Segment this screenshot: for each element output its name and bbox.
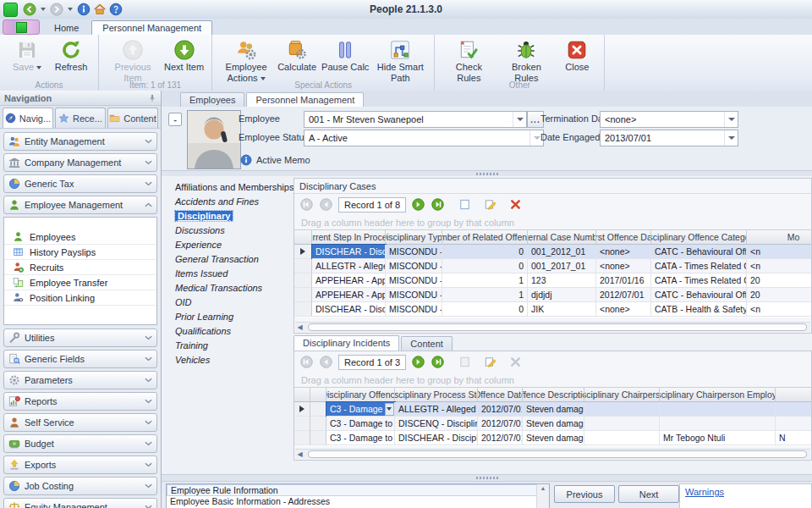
grid-cell[interactable]: C3 - Damage to Com... <box>326 417 395 431</box>
grid-cell[interactable]: 2012/07/01 <box>478 417 523 431</box>
row-indicator[interactable] <box>294 259 312 273</box>
column-header[interactable]: Disciplinary Chairperson <box>584 388 660 402</box>
incidents-tab-content[interactable]: Content <box>401 336 453 351</box>
close-button[interactable]: Close <box>555 37 599 75</box>
scroll-left-icon[interactable]: ◀ <box>295 450 304 459</box>
section-item-discussions[interactable]: Discussions <box>165 223 290 237</box>
grid-cell[interactable]: 2017/01/16 <box>596 273 651 288</box>
sidebar-item-history-payslips[interactable]: History Payslips <box>4 245 156 260</box>
grid-cell[interactable] <box>660 417 776 431</box>
pin-icon[interactable] <box>148 93 156 103</box>
column-header[interactable]: Current Step In Process <box>312 230 386 245</box>
column-header[interactable]: Disciplinary Offence Category <box>651 230 747 245</box>
rule-item[interactable]: Employee Basic Information - Addresses <box>167 496 549 506</box>
sidebar-section-equity-management[interactable]: Equity Management <box>3 498 157 508</box>
row-indicator[interactable] <box>310 431 326 445</box>
grid-cell[interactable]: CATB - Health & Safety Relate... <box>651 302 747 317</box>
row-indicator[interactable] <box>294 302 312 317</box>
smart-path-button[interactable]: Hide Smart Path <box>371 37 429 85</box>
help-icon[interactable] <box>109 3 123 16</box>
next-record-icon[interactable] <box>411 197 425 212</box>
grid-cell[interactable]: CATC - Behavioural Offenses <box>651 288 747 302</box>
grid-cell[interactable]: 20 <box>747 288 811 302</box>
document-tab-employees[interactable]: Employees <box>180 92 244 107</box>
scrollbar-thumb[interactable] <box>308 323 807 331</box>
section-item-oid[interactable]: OID <box>165 295 290 309</box>
back-dropdown-caret[interactable] <box>41 8 46 11</box>
employee-combo[interactable]: 001 - Mr Steven Swanepoel <box>304 111 527 128</box>
grid-cell[interactable]: Steven damaged ... <box>523 417 584 431</box>
sidebar-section-parameters[interactable]: Parameters <box>3 371 157 389</box>
grid-cell[interactable]: 001_2012_01 <box>528 245 596 259</box>
grid-cell[interactable]: <none> <box>596 302 651 317</box>
section-item-affiliations-and-memberships[interactable]: Affiliations and Memberships <box>165 179 290 194</box>
edit-record-icon[interactable] <box>482 355 497 370</box>
grid-cell[interactable]: JIK <box>528 302 596 317</box>
chevron-down-icon[interactable] <box>724 112 738 127</box>
row-indicator[interactable] <box>294 273 312 288</box>
previous-button[interactable]: Previous <box>554 485 615 503</box>
column-header[interactable]: Offence Description <box>523 388 584 402</box>
row-indicator[interactable] <box>310 402 326 417</box>
grid-cell[interactable]: <none> <box>596 259 651 273</box>
section-item-vehicles[interactable]: Vehicles <box>165 352 290 367</box>
nav-tab-star[interactable]: Rece... <box>55 108 106 128</box>
grid-cell[interactable]: DISCHEAR - Disciplinary ... <box>395 431 478 445</box>
column-header[interactable]: Disciplinary Chairperson Employee <box>660 388 776 402</box>
grid-cell[interactable]: Mr Tebogo Ntuli <box>660 431 776 445</box>
table-row[interactable]: ALLEGTR - Alleged Tr...MISCONDU - Misc..… <box>294 259 811 273</box>
nav-tab-folder[interactable]: Content <box>107 108 158 128</box>
scroll-left-icon[interactable]: ◀ <box>295 323 304 332</box>
grid-cell[interactable]: 0 <box>442 259 528 273</box>
info-icon[interactable] <box>77 3 91 16</box>
grid-cell[interactable]: APPEHEAR - Appeal H... <box>312 273 386 288</box>
grid-cell[interactable]: <n <box>747 259 811 273</box>
section-item-experience[interactable]: Experience <box>165 237 290 251</box>
grid-cell[interactable]: MISCONDU - Misc... <box>386 273 442 288</box>
table-row[interactable]: APPEHEAR - Appeal H...MISCONDU - Misc...… <box>294 288 811 302</box>
application-menu-button[interactable] <box>3 19 40 35</box>
scroll-up-icon[interactable]: ▲ <box>540 485 546 491</box>
employee-status-combo[interactable]: A - Active <box>304 130 544 146</box>
row-indicator[interactable] <box>310 417 326 431</box>
ribbon-tab-personnel-management[interactable]: Personnel Management <box>91 20 212 35</box>
grid-cell[interactable]: N <box>776 431 811 445</box>
next-record-icon[interactable] <box>411 355 425 369</box>
back-button-icon[interactable] <box>23 3 36 16</box>
sidebar-item-position-linking[interactable]: Position Linking <box>4 290 156 306</box>
table-row[interactable]: C3 - Damage to Com...DISCHEAR - Discipli… <box>294 431 811 445</box>
grid-cell[interactable]: ALLEGTR - Alleged Tr... <box>312 259 386 273</box>
grid-cell[interactable]: 0 <box>442 302 528 317</box>
column-header[interactable]: Disciplinary Offence <box>326 388 395 402</box>
table-row[interactable]: C3 - Damage to Com...DISCENQ - Disciplin… <box>294 417 811 431</box>
section-item-general-transaction[interactable]: General Transaction <box>165 251 290 266</box>
sidebar-section-job-costing[interactable]: Job Costing <box>3 477 157 495</box>
table-row[interactable]: APPEHEAR - Appeal H...MISCONDU - Misc...… <box>294 273 811 288</box>
grid-cell[interactable]: <n <box>747 302 811 317</box>
last-record-icon[interactable] <box>431 197 445 212</box>
grid-cell[interactable]: 2012/07/01 <box>478 431 523 445</box>
grid-cell[interactable]: 0 <box>442 245 528 259</box>
nav-tab-compass[interactable]: Navig... <box>3 108 53 128</box>
grid-cell[interactable] <box>584 417 660 431</box>
section-item-qualifications[interactable]: Qualifications <box>165 323 290 338</box>
grid-cell[interactable] <box>776 402 811 417</box>
next-button[interactable]: Next <box>618 485 679 503</box>
app-icon[interactable] <box>3 3 18 17</box>
grid-cell[interactable]: 20 <box>747 273 811 288</box>
table-row[interactable]: C3 - Damage to ...ALLEGTR - Alleged Tran… <box>294 402 811 417</box>
sidebar-item-employee-transfer[interactable]: Employee Transfer <box>4 275 156 290</box>
section-item-accidents-and-fines[interactable]: Accidents and Fines <box>165 194 290 208</box>
grid-cell[interactable]: 1 <box>442 288 528 302</box>
termination-date-combo[interactable]: <none> <box>600 111 738 128</box>
grid-cell[interactable]: 2012/07/01 <box>596 288 651 302</box>
rule-item[interactable]: Employee Rule Information <box>167 484 549 496</box>
grid-cell[interactable] <box>660 402 776 417</box>
grid-cell[interactable]: MISCONDU - Misc... <box>386 288 442 302</box>
dropdown-caret[interactable] <box>385 403 394 416</box>
grid-cell[interactable]: C3 - Damage to Com... <box>326 431 395 445</box>
sidebar-section-entity-management[interactable]: Entity Management <box>3 132 157 151</box>
column-header[interactable]: Disciplinary Type <box>386 230 442 245</box>
section-item-disciplinary[interactable]: Disciplinary <box>165 208 290 223</box>
table-row[interactable]: DISCHEAR - Disciplina...MISCONDU - Misc.… <box>294 302 811 317</box>
